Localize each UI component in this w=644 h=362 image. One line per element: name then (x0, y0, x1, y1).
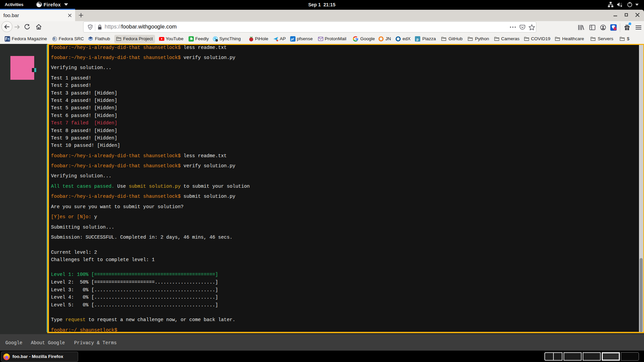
svg-text:pf: pf (291, 38, 294, 41)
svg-text:!: ! (216, 40, 217, 42)
svg-text:p: p (417, 38, 419, 41)
